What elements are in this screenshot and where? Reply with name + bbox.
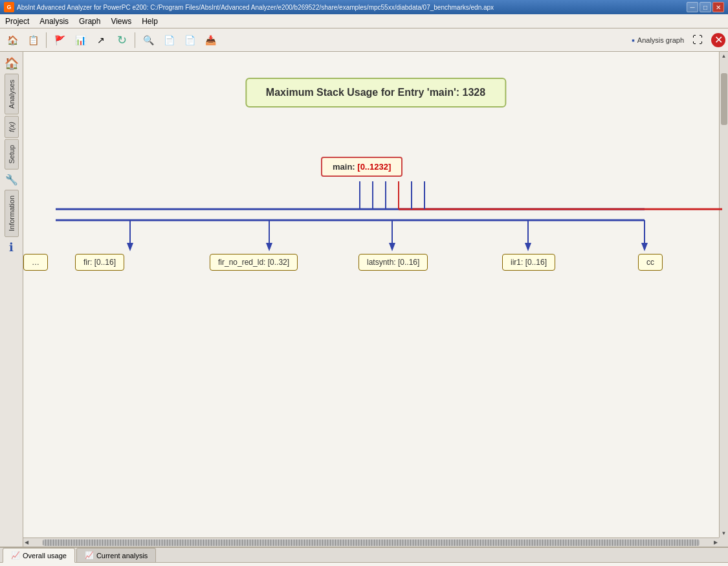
graph-vertical-scrollbar[interactable]: ▲ ▼ — [719, 52, 728, 538]
svg-marker-4 — [127, 243, 133, 251]
scroll-up-arrow[interactable]: ▲ — [720, 52, 728, 60]
menu-analysis[interactable]: Analysis — [34, 16, 74, 27]
toolbar-zoom-button[interactable]: 🔍 — [138, 31, 158, 49]
menu-help[interactable]: Help — [137, 16, 163, 27]
sidebar-tab-information[interactable]: Information — [5, 190, 19, 237]
sidebar: 🏠 Analyses f(x) Setup 🔧 Information ℹ — [0, 52, 23, 547]
svg-marker-10 — [525, 243, 531, 251]
toolbar-list-button[interactable]: 📋 — [23, 31, 43, 49]
tab-current-analysis[interactable]: 📈 Current analysis — [76, 548, 156, 562]
sidebar-tab-setup[interactable]: Setup — [5, 139, 19, 170]
minimize-button[interactable]: ─ — [687, 2, 698, 12]
sidebar-tab-fx[interactable]: f(x) — [5, 116, 19, 138]
analysis-graph-label: ▪ Analysis graph — [632, 35, 684, 45]
child-node-latsynth[interactable]: latsynth: [0..16] — [358, 254, 428, 271]
scroll-down-arrow[interactable]: ▼ — [720, 529, 728, 538]
main-node[interactable]: main: [0..1232] — [321, 157, 403, 177]
graph-horizontal-scrollbar[interactable]: ◀ ▶ — [23, 538, 719, 547]
toolbar-fullscreen-button[interactable]: ⛶ — [688, 31, 707, 49]
child-node-iir1[interactable]: iir1: [0..16] — [502, 254, 555, 271]
toolbar-flag-button[interactable]: 🚩 — [50, 31, 69, 49]
child-node-fir[interactable]: fir: [0..16] — [75, 254, 124, 271]
sidebar-info-icon[interactable]: ℹ — [3, 238, 21, 256]
child-node-fir-no-red-ld[interactable]: fir_no_red_ld: [0..32] — [210, 254, 298, 271]
menubar: Project Analysis Graph Views Help — [0, 14, 728, 28]
scroll-right-arrow[interactable]: ▶ — [712, 538, 719, 547]
svg-marker-12 — [641, 243, 648, 251]
child-node-cc[interactable]: cc — [638, 254, 663, 271]
chart-icon-current: 📈 — [85, 551, 94, 560]
main-layout: 🏠 Analyses f(x) Setup 🔧 Information ℹ — [0, 52, 728, 547]
app-icon: G — [4, 2, 14, 12]
toolbar-close-button[interactable]: ✕ — [711, 33, 725, 47]
toolbar-doc3-button[interactable]: 📥 — [201, 31, 220, 49]
svg-marker-8 — [389, 243, 395, 251]
scroll-thumb-vertical[interactable] — [721, 73, 727, 125]
toolbar-right: ▪ Analysis graph ⛶ ✕ — [632, 31, 725, 49]
bottom-panel: 📈 Overall usage 📈 Current analysis 55% 4… — [0, 547, 728, 566]
toolbar: 🏠 📋 🚩 📊 ↗ ↻ 🔍 📄 📄 📥 ▪ Analysis graph ⛶ ✕ — [0, 28, 728, 52]
child-node-left-cutoff[interactable]: … — [23, 254, 48, 271]
bottom-tabs: 📈 Overall usage 📈 Current analysis — [0, 548, 728, 563]
menu-views[interactable]: Views — [105, 16, 137, 27]
menu-graph[interactable]: Graph — [74, 16, 105, 27]
chart-icon-overall: 📈 — [11, 551, 20, 560]
sidebar-home-icon[interactable]: 🏠 — [3, 54, 21, 73]
svg-marker-6 — [266, 243, 272, 251]
menu-project[interactable]: Project — [0, 16, 34, 27]
scroll-thumb-horizontal[interactable] — [43, 539, 700, 546]
chart-container: 55% 41% 28% 14% 0% — [0, 563, 728, 566]
graph-viewport: Maximum Stack Usage for Entry 'main': 13… — [23, 52, 728, 547]
titlebar: G AbsInt Advanced Analyzer for PowerPC e… — [0, 0, 728, 14]
scroll-left-arrow[interactable]: ◀ — [23, 538, 30, 547]
window-title: AbsInt Advanced Analyzer for PowerPC e20… — [17, 4, 494, 11]
tab-overall-usage[interactable]: 📈 Overall usage — [3, 548, 75, 563]
toolbar-arrow-button[interactable]: ↗ — [91, 31, 111, 49]
toolbar-refresh-button[interactable]: ↻ — [112, 31, 131, 49]
sidebar-tab-analyses[interactable]: Analyses — [5, 74, 19, 115]
toolbar-separator-2 — [135, 32, 135, 48]
sidebar-wrench-icon[interactable]: 🔧 — [3, 170, 21, 188]
toolbar-separator-1 — [46, 32, 47, 48]
stack-header-box: Maximum Stack Usage for Entry 'main': 13… — [245, 78, 506, 108]
graph-connections-svg — [23, 52, 728, 547]
graph-area[interactable]: Maximum Stack Usage for Entry 'main': 13… — [23, 52, 728, 547]
toolbar-doc2-button[interactable]: 📄 — [180, 31, 199, 49]
toolbar-doc1-button[interactable]: 📄 — [159, 31, 179, 49]
toolbar-pie-button[interactable]: 📊 — [71, 31, 90, 49]
close-button[interactable]: ✕ — [712, 2, 724, 12]
maximize-button[interactable]: □ — [700, 2, 711, 12]
toolbar-home-button[interactable]: 🏠 — [3, 31, 22, 49]
scroll-corner — [719, 538, 728, 547]
window-controls: ─ □ ✕ — [687, 2, 724, 12]
